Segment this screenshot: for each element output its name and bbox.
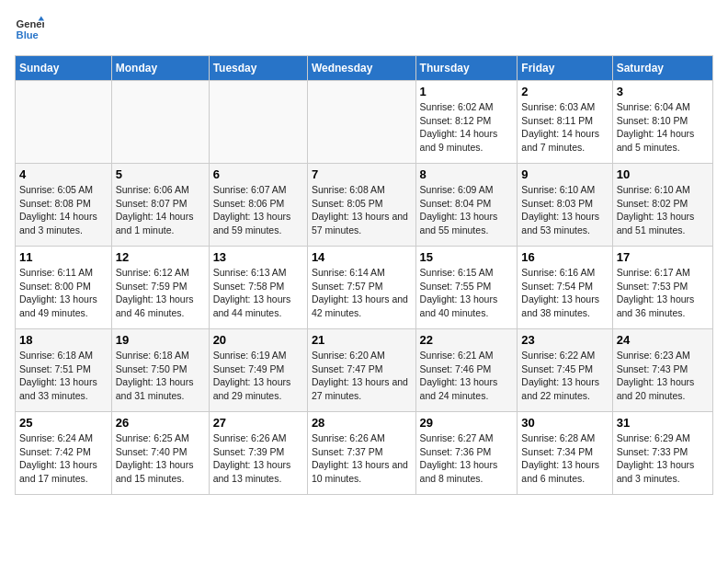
calendar-cell [209, 81, 307, 164]
day-number: 24 [617, 333, 709, 347]
calendar-cell: 19Sunrise: 6:18 AM Sunset: 7:50 PM Dayli… [111, 329, 209, 412]
calendar-cell: 27Sunrise: 6:26 AM Sunset: 7:39 PM Dayli… [209, 412, 307, 495]
day-number: 2 [521, 85, 608, 98]
day-info: Sunrise: 6:29 AM Sunset: 7:33 PM Dayligh… [617, 431, 709, 486]
calendar-cell: 17Sunrise: 6:17 AM Sunset: 7:53 PM Dayli… [612, 247, 712, 329]
day-info: Sunrise: 6:03 AM Sunset: 8:11 PM Dayligh… [521, 100, 608, 155]
logo-icon: General Blue [15, 15, 44, 44]
day-number: 13 [213, 250, 303, 264]
day-info: Sunrise: 6:18 AM Sunset: 7:50 PM Dayligh… [116, 349, 205, 403]
day-number: 7 [312, 167, 412, 181]
day-number: 3 [617, 85, 709, 98]
day-info: Sunrise: 6:27 AM Sunset: 7:36 PM Dayligh… [420, 431, 514, 486]
calendar-cell: 28Sunrise: 6:26 AM Sunset: 7:37 PM Dayli… [307, 412, 415, 495]
calendar-cell: 2Sunrise: 6:03 AM Sunset: 8:11 PM Daylig… [518, 81, 612, 164]
calendar-cell [307, 81, 415, 164]
calendar-cell: 16Sunrise: 6:16 AM Sunset: 7:54 PM Dayli… [518, 247, 612, 329]
page-header: General Blue [15, 15, 713, 44]
day-number: 28 [312, 416, 412, 430]
day-info: Sunrise: 6:13 AM Sunset: 7:58 PM Dayligh… [213, 266, 303, 320]
logo: General Blue [15, 15, 44, 44]
col-header-saturday: Saturday [612, 56, 712, 81]
day-info: Sunrise: 6:10 AM Sunset: 8:03 PM Dayligh… [521, 183, 608, 237]
day-number: 21 [312, 333, 412, 347]
day-info: Sunrise: 6:17 AM Sunset: 7:53 PM Dayligh… [617, 266, 709, 320]
day-info: Sunrise: 6:15 AM Sunset: 7:55 PM Dayligh… [420, 266, 514, 320]
calendar-cell: 26Sunrise: 6:25 AM Sunset: 7:40 PM Dayli… [111, 412, 209, 495]
calendar-cell: 31Sunrise: 6:29 AM Sunset: 7:33 PM Dayli… [612, 412, 712, 495]
day-info: Sunrise: 6:16 AM Sunset: 7:54 PM Dayligh… [521, 266, 608, 320]
day-info: Sunrise: 6:23 AM Sunset: 7:43 PM Dayligh… [617, 349, 709, 403]
svg-text:Blue: Blue [17, 29, 39, 40]
calendar-table: SundayMondayTuesdayWednesdayThursdayFrid… [15, 55, 713, 495]
col-header-sunday: Sunday [16, 56, 112, 81]
calendar-cell: 20Sunrise: 6:19 AM Sunset: 7:49 PM Dayli… [209, 329, 307, 412]
calendar-cell: 23Sunrise: 6:22 AM Sunset: 7:45 PM Dayli… [518, 329, 612, 412]
day-number: 11 [19, 250, 108, 264]
col-header-tuesday: Tuesday [209, 56, 307, 81]
day-info: Sunrise: 6:24 AM Sunset: 7:42 PM Dayligh… [19, 431, 108, 486]
day-info: Sunrise: 6:11 AM Sunset: 8:00 PM Dayligh… [19, 266, 108, 320]
day-number: 31 [617, 416, 709, 430]
day-info: Sunrise: 6:04 AM Sunset: 8:10 PM Dayligh… [617, 100, 709, 155]
calendar-cell: 24Sunrise: 6:23 AM Sunset: 7:43 PM Dayli… [612, 329, 712, 412]
day-number: 20 [213, 333, 303, 347]
calendar-cell: 12Sunrise: 6:12 AM Sunset: 7:59 PM Dayli… [111, 247, 209, 329]
day-number: 14 [312, 250, 412, 264]
day-number: 29 [420, 416, 514, 430]
calendar-cell [16, 81, 112, 164]
col-header-monday: Monday [111, 56, 209, 81]
day-number: 18 [19, 333, 108, 347]
calendar-cell: 18Sunrise: 6:18 AM Sunset: 7:51 PM Dayli… [16, 329, 112, 412]
calendar-cell: 5Sunrise: 6:06 AM Sunset: 8:07 PM Daylig… [111, 164, 209, 247]
calendar-cell: 4Sunrise: 6:05 AM Sunset: 8:08 PM Daylig… [16, 164, 112, 247]
day-number: 30 [521, 416, 608, 430]
calendar-cell: 25Sunrise: 6:24 AM Sunset: 7:42 PM Dayli… [16, 412, 112, 495]
day-info: Sunrise: 6:26 AM Sunset: 7:37 PM Dayligh… [312, 431, 412, 486]
day-info: Sunrise: 6:07 AM Sunset: 8:06 PM Dayligh… [213, 183, 303, 237]
calendar-cell: 13Sunrise: 6:13 AM Sunset: 7:58 PM Dayli… [209, 247, 307, 329]
day-info: Sunrise: 6:14 AM Sunset: 7:57 PM Dayligh… [312, 266, 412, 320]
day-info: Sunrise: 6:09 AM Sunset: 8:04 PM Dayligh… [420, 183, 514, 237]
day-number: 27 [213, 416, 303, 430]
day-number: 9 [521, 167, 608, 181]
day-number: 4 [19, 167, 108, 181]
day-info: Sunrise: 6:25 AM Sunset: 7:40 PM Dayligh… [116, 431, 205, 486]
day-number: 15 [420, 250, 514, 264]
day-number: 23 [521, 333, 608, 347]
day-info: Sunrise: 6:22 AM Sunset: 7:45 PM Dayligh… [521, 349, 608, 403]
col-header-wednesday: Wednesday [307, 56, 415, 81]
day-number: 8 [420, 167, 514, 181]
calendar-cell: 22Sunrise: 6:21 AM Sunset: 7:46 PM Dayli… [415, 329, 518, 412]
day-number: 26 [116, 416, 205, 430]
day-info: Sunrise: 6:12 AM Sunset: 7:59 PM Dayligh… [116, 266, 205, 320]
day-info: Sunrise: 6:08 AM Sunset: 8:05 PM Dayligh… [312, 183, 412, 237]
calendar-cell: 15Sunrise: 6:15 AM Sunset: 7:55 PM Dayli… [415, 247, 518, 329]
col-header-thursday: Thursday [415, 56, 518, 81]
day-info: Sunrise: 6:19 AM Sunset: 7:49 PM Dayligh… [213, 349, 303, 403]
day-number: 12 [116, 250, 205, 264]
day-info: Sunrise: 6:18 AM Sunset: 7:51 PM Dayligh… [19, 349, 108, 403]
day-number: 16 [521, 250, 608, 264]
calendar-cell: 11Sunrise: 6:11 AM Sunset: 8:00 PM Dayli… [16, 247, 112, 329]
calendar-cell: 7Sunrise: 6:08 AM Sunset: 8:05 PM Daylig… [307, 164, 415, 247]
day-info: Sunrise: 6:02 AM Sunset: 8:12 PM Dayligh… [420, 100, 514, 155]
calendar-cell: 10Sunrise: 6:10 AM Sunset: 8:02 PM Dayli… [612, 164, 712, 247]
day-info: Sunrise: 6:10 AM Sunset: 8:02 PM Dayligh… [617, 183, 709, 237]
calendar-cell: 21Sunrise: 6:20 AM Sunset: 7:47 PM Dayli… [307, 329, 415, 412]
col-header-friday: Friday [518, 56, 612, 81]
day-number: 5 [116, 167, 205, 181]
day-info: Sunrise: 6:06 AM Sunset: 8:07 PM Dayligh… [116, 183, 205, 237]
day-number: 1 [420, 85, 514, 98]
day-number: 25 [19, 416, 108, 430]
calendar-cell: 30Sunrise: 6:28 AM Sunset: 7:34 PM Dayli… [518, 412, 612, 495]
calendar-cell [111, 81, 209, 164]
day-info: Sunrise: 6:26 AM Sunset: 7:39 PM Dayligh… [213, 431, 303, 486]
day-number: 22 [420, 333, 514, 347]
day-info: Sunrise: 6:05 AM Sunset: 8:08 PM Dayligh… [19, 183, 108, 237]
calendar-cell: 14Sunrise: 6:14 AM Sunset: 7:57 PM Dayli… [307, 247, 415, 329]
day-number: 17 [617, 250, 709, 264]
calendar-cell: 9Sunrise: 6:10 AM Sunset: 8:03 PM Daylig… [518, 164, 612, 247]
calendar-cell: 3Sunrise: 6:04 AM Sunset: 8:10 PM Daylig… [612, 81, 712, 164]
day-info: Sunrise: 6:28 AM Sunset: 7:34 PM Dayligh… [521, 431, 608, 486]
